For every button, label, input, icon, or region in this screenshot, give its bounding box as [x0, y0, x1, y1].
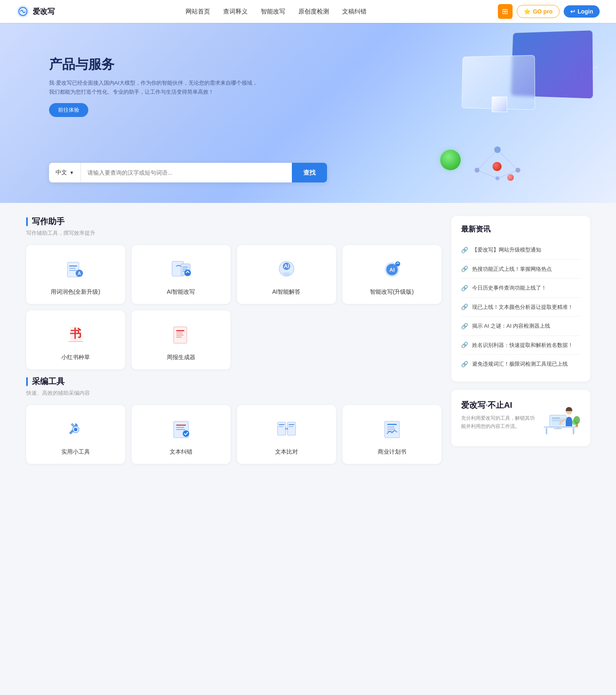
search-lang-selector[interactable]: 中文 ▼: [49, 163, 81, 182]
tool-card-xiaohongshu[interactable]: 书 小红书种草: [26, 310, 125, 369]
link-icon-5: 🔗: [461, 342, 468, 348]
tool-label-xiaohongshu: 小红书种草: [61, 354, 90, 361]
navbar: 爱改写 网站首页查词释义智能改写原创度检测文稿纠错 ⊞ ⭐ GO pro ↩ L…: [0, 0, 616, 23]
promo-desc: 充分利用爱改写的工具，解锁其功能并利用您的内容工作流。: [461, 414, 535, 431]
grid-button[interactable]: ⊞: [498, 4, 513, 19]
nav-item-文稿纠错[interactable]: 文稿纠错: [342, 8, 367, 16]
hero-desc: 我·爱改写已经全面接入国内AI大模型，作为你的智能伙伴，无论您的需求来自哪个领域…: [49, 79, 262, 97]
tool-card-text-compare[interactable]: 文本比对: [237, 405, 336, 464]
svg-rect-56: [554, 428, 562, 429]
writing-tools-grid: A 用词润色(全新升级) AI智能改写 AI AI智能解答 AI 智能改写(升级…: [26, 245, 441, 369]
link-icon-4: 🔗: [461, 323, 468, 329]
text-compare-icon: [273, 416, 300, 443]
tool-card-ai-answer[interactable]: AI AI智能解答: [237, 245, 336, 304]
tool-card-ai-rewrite[interactable]: AI智能改写: [132, 245, 231, 304]
svg-line-8: [477, 170, 497, 178]
logo-text: 爱改写: [33, 7, 55, 16]
go-pro-button[interactable]: ⭐ GO pro: [517, 5, 560, 18]
news-card: 最新资讯 🔗 【爱改写】网站升级模型通知 🔗 热搜功能正式上线！掌握网络热点 🔗…: [451, 216, 590, 382]
news-item-text-2: 今日历史事件查询功能上线了！: [472, 284, 547, 292]
logo[interactable]: 爱改写: [16, 5, 55, 18]
editing-tools-subtitle: 快速、高效的辅助采编内容: [26, 389, 441, 397]
svg-rect-45: [289, 426, 293, 427]
editing-tools-grid: 实用小工具 文本纠错 文本比对 商业计划书: [26, 405, 441, 464]
svg-point-25: [395, 261, 400, 266]
experience-button[interactable]: 前往体验: [49, 103, 88, 117]
link-icon-2: 🔗: [461, 285, 468, 291]
nav-item-智能改写[interactable]: 智能改写: [261, 8, 285, 16]
svg-rect-37: [176, 427, 184, 428]
promo-title: 爱改写·不止AI: [461, 400, 535, 411]
tool-label-utility-tools: 实用小工具: [61, 448, 90, 456]
news-item-text-1: 热搜功能正式上线！掌握网络热点: [472, 265, 552, 273]
svg-rect-59: [552, 419, 563, 420]
tool-card-weekly-report[interactable]: 周报生成器: [132, 310, 231, 369]
business-plan-icon: [379, 416, 405, 443]
title-bar-decoration: [26, 217, 28, 226]
news-item-text-3: 现已上线！文本颜色分析器让提取更精准！: [472, 303, 573, 311]
search-bar: 中文 ▼ 查找: [49, 163, 327, 182]
ai-rewrite-icon: [168, 256, 194, 283]
promo-person-illustration: [540, 400, 580, 436]
hero-content: 产品与服务 我·爱改写已经全面接入国内AI大模型，作为你的智能伙伴，无论您的需求…: [0, 23, 616, 117]
search-button[interactable]: 查找: [292, 163, 327, 182]
svg-rect-53: [573, 428, 574, 434]
smart-rewrite-icon: AI: [379, 256, 405, 283]
deco-network: [461, 137, 534, 187]
news-item-text-6: 避免违规词汇！极限词检测工具现已上线: [472, 360, 568, 368]
svg-rect-32: [176, 337, 182, 337]
svg-rect-58: [552, 418, 560, 418]
link-icon-0: 🔗: [461, 247, 468, 253]
xiaohongshu-icon: 书: [63, 322, 89, 348]
svg-rect-43: [289, 424, 294, 425]
link-icon-1: 🔗: [461, 265, 468, 272]
editing-tools-section: 采编工具 快速、高效的辅助采编内容 实用小工具 文本纠错 文本比对 商业计划书: [26, 376, 441, 464]
news-title: 最新资讯: [461, 224, 580, 234]
main-nav: 网站首页查词释义智能改写原创度检测文稿纠错: [186, 8, 367, 16]
svg-rect-40: [278, 422, 286, 435]
svg-rect-41: [287, 422, 296, 435]
left-column: 写作助手 写作辅助工具，撰写效率提升 A 用词润色(全新升级) AI智能改写 A…: [26, 216, 441, 470]
tool-card-text-correct[interactable]: 文本纠错: [132, 405, 231, 464]
svg-rect-42: [279, 424, 284, 425]
svg-text:AI: AI: [284, 263, 289, 269]
promo-figure: [540, 400, 580, 436]
writing-tools-section: 写作助手 写作辅助工具，撰写效率提升 A 用词润色(全新升级) AI智能改写 A…: [26, 216, 441, 369]
tool-label-text-correct: 文本纠错: [170, 448, 193, 456]
news-item-1[interactable]: 🔗 热搜功能正式上线！掌握网络热点: [461, 260, 580, 279]
tool-label-weekly-report: 周报生成器: [167, 354, 195, 361]
search-input[interactable]: [81, 163, 292, 182]
svg-rect-48: [387, 427, 394, 427]
svg-rect-47: [387, 424, 397, 425]
news-list: 🔗 【爱改写】网站升级模型通知 🔗 热搜功能正式上线！掌握网络热点 🔗 今日历史…: [461, 241, 580, 373]
nav-item-查词释义[interactable]: 查词释义: [223, 8, 248, 16]
svg-rect-31: [176, 335, 184, 335]
svg-point-18: [184, 270, 191, 276]
news-item-5[interactable]: 🔗 姓名识别利器：快速提取和解析姓名数据！: [461, 336, 580, 355]
tool-label-business-plan: 商业计划书: [378, 448, 406, 456]
svg-text:书: 书: [70, 327, 81, 340]
news-item-text-5: 姓名识别利器：快速提取和解析姓名数据！: [472, 341, 573, 349]
login-button[interactable]: ↩ Login: [564, 5, 600, 18]
hero-title: 产品与服务: [49, 56, 616, 74]
news-item-6[interactable]: 🔗 避免违规词汇！极限词检测工具现已上线: [461, 355, 580, 373]
go-pro-crown-icon: ⭐: [524, 8, 531, 15]
nav-item-网站首页[interactable]: 网站首页: [186, 8, 210, 16]
tool-card-smart-rewrite[interactable]: AI 智能改写(升级版): [343, 245, 441, 304]
nav-item-原创度检测[interactable]: 原创度检测: [298, 8, 329, 16]
tool-label-word-color: 用词润色(全新升级): [51, 288, 100, 296]
tool-card-business-plan[interactable]: 商业计划书: [343, 405, 441, 464]
news-item-2[interactable]: 🔗 今日历史事件查询功能上线了！: [461, 279, 580, 298]
chevron-down-icon: ▼: [69, 170, 74, 175]
news-item-3[interactable]: 🔗 现已上线！文本颜色分析器让提取更精准！: [461, 298, 580, 317]
tool-card-word-color[interactable]: A 用词润色(全新升级): [26, 245, 125, 304]
text-correct-icon: [168, 416, 194, 443]
svg-rect-30: [176, 333, 183, 333]
tool-card-utility-tools[interactable]: 实用小工具: [26, 405, 125, 464]
utility-icon: [63, 416, 89, 443]
news-item-4[interactable]: 🔗 揭示 AI 之谜：AI 内容检测器上线: [461, 317, 580, 336]
promo-main: 爱改写·不止AI 充分利用爱改写的工具，解锁其功能并利用您的内容工作流。: [461, 400, 580, 436]
editing-tools-title: 采编工具: [26, 376, 441, 387]
news-item-0[interactable]: 🔗 【爱改写】网站升级模型通知: [461, 241, 580, 260]
promo-text: 爱改写·不止AI 充分利用爱改写的工具，解锁其功能并利用您的内容工作流。: [461, 400, 535, 431]
